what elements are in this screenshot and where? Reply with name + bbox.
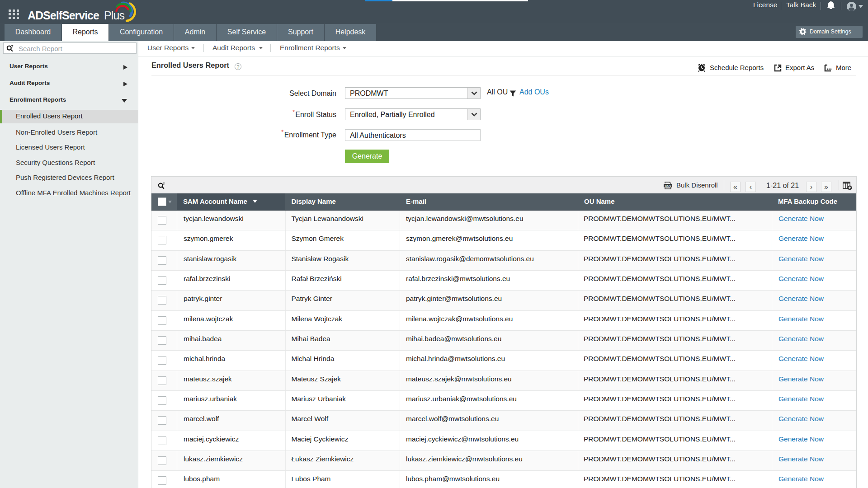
- svg-text:CSV: CSV: [665, 184, 672, 188]
